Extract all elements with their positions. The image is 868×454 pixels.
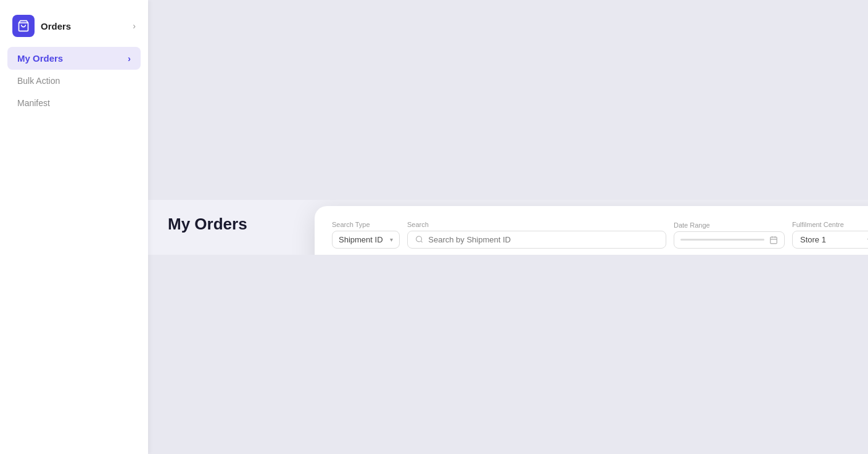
- date-bar-visual: [680, 239, 764, 241]
- search-label: Search: [407, 221, 666, 228]
- fulfillment-label: Fulfilment Centre: [792, 221, 868, 228]
- search-group: Search: [407, 221, 666, 249]
- search-box[interactable]: [407, 231, 666, 249]
- filter-bar: Search Type Shipment ID ▾ Search Date Ra…: [332, 221, 868, 249]
- sidebar-arrow-icon: ›: [128, 53, 131, 64]
- fulfillment-select[interactable]: Store 1 ▾: [792, 231, 868, 249]
- sidebar-item-label: My Orders: [17, 53, 63, 64]
- calendar-icon: [769, 236, 778, 244]
- search-type-group: Search Type Shipment ID ▾: [332, 221, 400, 249]
- search-type-caret-icon: ▾: [390, 236, 393, 243]
- svg-rect-2: [771, 237, 777, 244]
- search-type-label: Search Type: [332, 221, 400, 228]
- sidebar-chevron-icon: ›: [133, 21, 136, 31]
- card-inner: Search Type Shipment ID ▾ Search Date Ra…: [315, 206, 868, 255]
- fulfillment-group: Fulfilment Centre Store 1 ▾: [792, 221, 868, 249]
- sidebar-item-my-orders[interactable]: My Orders ›: [7, 47, 141, 70]
- date-range-input[interactable]: [674, 231, 785, 249]
- sidebar-item-label: Manifest: [17, 98, 50, 108]
- search-type-select[interactable]: Shipment ID ▾: [332, 231, 400, 249]
- svg-point-1: [416, 236, 422, 242]
- date-range-label: Date Range: [674, 221, 785, 229]
- search-type-value: Shipment ID: [339, 235, 383, 244]
- search-input[interactable]: [428, 235, 658, 244]
- search-icon: [415, 235, 423, 244]
- sidebar: Orders › My Orders › Bulk Action Manifes…: [0, 0, 148, 454]
- sidebar-header: Orders ›: [0, 10, 148, 42]
- cart-icon: [12, 15, 35, 37]
- date-range-group: Date Range: [674, 221, 785, 249]
- sidebar-title: Orders: [41, 21, 126, 31]
- orders-card: Search Type Shipment ID ▾ Search Date Ra…: [315, 206, 868, 255]
- sidebar-item-label: Bulk Action: [17, 76, 60, 86]
- sidebar-item-manifest[interactable]: Manifest: [0, 92, 148, 114]
- main-content: My Orders Search Type Shipment ID ▾ Sear…: [148, 200, 868, 255]
- sidebar-item-bulk-action[interactable]: Bulk Action: [0, 70, 148, 92]
- fulfillment-value: Store 1: [800, 235, 826, 244]
